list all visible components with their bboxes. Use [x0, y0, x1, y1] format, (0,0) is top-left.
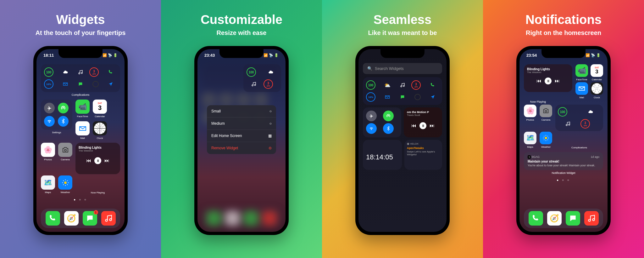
music-icon[interactable]	[74, 67, 87, 77]
storage-complication[interactable]: 10%	[44, 79, 53, 89]
battery-complication[interactable]: 100	[247, 67, 256, 77]
location-icon[interactable]	[104, 79, 117, 89]
cellular-toggle[interactable]	[58, 103, 69, 113]
dock-messages[interactable]	[566, 211, 580, 226]
bluetooth-toggle[interactable]	[383, 123, 394, 134]
wifi-toggle[interactable]	[44, 116, 55, 127]
phone-mockup: 23:43 📶 📡 🔋 100 3APR	[194, 46, 289, 235]
weather-app[interactable]	[540, 132, 552, 144]
complications-widget[interactable]: 100 ⛅ 3APR 10%	[363, 77, 442, 105]
mail-icon[interactable]	[381, 92, 394, 102]
date-complication[interactable]: 3APR	[89, 67, 99, 77]
search-widgets-input[interactable]: 🔍 Search Widgets	[363, 63, 442, 74]
page-dots[interactable]: ● ○ ○	[41, 198, 120, 201]
notification-widget[interactable]: 9 9GAG 1d ago Maintain your streak! You'…	[524, 152, 603, 170]
page-dots[interactable]: ● ○ ○	[524, 178, 603, 182]
airplane-toggle[interactable]	[44, 103, 55, 113]
calendar-app[interactable]: SAT3	[93, 100, 107, 114]
activity-complication[interactable]	[89, 79, 102, 89]
dock-music[interactable]	[101, 211, 116, 226]
panel-title: Seamless	[374, 13, 432, 27]
connectivity-widget[interactable]	[41, 100, 72, 130]
facetime-app[interactable]: 📹	[75, 100, 90, 114]
menu-medium[interactable]: Medium○	[207, 118, 276, 130]
date-complication[interactable]: 3APR	[411, 80, 421, 90]
dock: 🧭 1	[41, 209, 120, 228]
now-playing-widget[interactable]: om the Motion P Travis Scott ⏮ ⏸ ⏭	[404, 107, 442, 137]
dock-messages[interactable]: 1	[83, 211, 97, 226]
clock-widget[interactable]: 18:14:05	[363, 140, 402, 170]
weather-app[interactable]	[58, 175, 72, 190]
phone-icon[interactable]	[104, 67, 117, 77]
weather-icon[interactable]	[59, 67, 72, 77]
storage-complication[interactable]: 10%	[366, 92, 375, 102]
battery-complication[interactable]: 100	[44, 67, 53, 77]
calendar-app[interactable]: SAT3	[591, 64, 603, 77]
status-time: 23:54	[526, 53, 537, 58]
dock-phone[interactable]	[46, 211, 60, 226]
status-time: 18:11	[43, 53, 54, 58]
panel-subtitle: Like it was meant to be	[368, 29, 437, 37]
photos-app[interactable]: 🌸	[41, 143, 55, 157]
battery-complication[interactable]: 100	[366, 80, 375, 90]
weather-icon[interactable]	[264, 67, 278, 77]
photos-app[interactable]: 🌸	[524, 105, 536, 117]
pause-button[interactable]: ⏸	[94, 157, 101, 164]
dock-music[interactable]	[584, 211, 599, 226]
messages-icon[interactable]	[396, 92, 409, 102]
mail-app[interactable]	[575, 82, 588, 95]
velox-widget[interactable]: ▦ VELOX ApexTweaks Swipe Left to see App…	[404, 140, 442, 170]
activity-complication[interactable]	[411, 92, 424, 102]
weather-icon[interactable]	[580, 107, 601, 117]
pause-button[interactable]: ⏸	[419, 122, 426, 129]
prev-button[interactable]: ⏮	[411, 123, 416, 129]
connectivity-widget[interactable]	[363, 107, 401, 137]
menu-remove-widget[interactable]: Remove Widget⊖	[207, 142, 276, 154]
phone-mockup: 23:54 📶 📡 🔋 Blinding Lights The Weeknd ⏮…	[516, 46, 611, 235]
phone-mockup: 18:11 📶 📡 🔋 100 3APR 10%	[33, 46, 128, 235]
mail-app[interactable]	[75, 121, 90, 135]
prev-button[interactable]: ⏮	[86, 158, 91, 163]
music-icon[interactable]	[247, 79, 261, 89]
camera-app[interactable]	[540, 105, 552, 117]
cellular-toggle[interactable]	[383, 111, 394, 121]
pause-button[interactable]: ⏸	[545, 77, 552, 84]
airplane-toggle[interactable]	[366, 111, 377, 121]
bluetooth-toggle[interactable]	[58, 116, 69, 127]
next-button[interactable]: ⏭	[430, 123, 435, 129]
date-complication[interactable]: 3APR	[264, 79, 273, 89]
complications-widget-small[interactable]: 100 3APR	[243, 64, 281, 92]
menu-small[interactable]: Small○	[207, 105, 276, 118]
location-icon[interactable]	[426, 92, 439, 102]
context-menu: Small○ Medium○ Edit Home Screen▦ Remove …	[207, 105, 276, 154]
now-playing-widget[interactable]: Blinding Lights The Weeknd ⏮ ⏸ ⏭	[524, 64, 572, 92]
battery-complication[interactable]: 100	[558, 107, 567, 117]
messages-icon[interactable]	[74, 79, 87, 89]
maps-app[interactable]: 🗺️	[41, 175, 55, 190]
status-icons: 📶 📡 🔋	[586, 53, 601, 57]
dock-phone[interactable]	[529, 211, 543, 226]
prev-button[interactable]: ⏮	[536, 78, 541, 84]
maps-app[interactable]: 🗺️	[524, 132, 536, 144]
menu-edit-home[interactable]: Edit Home Screen▦	[207, 130, 276, 142]
clock-app[interactable]	[591, 82, 603, 95]
wifi-toggle[interactable]	[366, 123, 377, 134]
complications-label: Complications	[41, 93, 120, 96]
camera-app[interactable]	[58, 143, 72, 157]
next-button[interactable]: ⏭	[555, 78, 560, 84]
now-playing-widget[interactable]: Blinding Lights The Weeknd ⏮ ⏸ ⏭	[75, 143, 120, 174]
music-icon[interactable]	[558, 119, 578, 129]
date-complication[interactable]: 3APR	[580, 119, 590, 129]
music-icon[interactable]	[396, 80, 409, 90]
clock-app[interactable]	[93, 121, 107, 135]
dock-safari[interactable]: 🧭	[547, 211, 562, 226]
panel-subtitle: Right on the homescreen	[526, 29, 601, 37]
mail-icon[interactable]	[59, 79, 72, 89]
weather-icon[interactable]: ⛅	[381, 80, 394, 90]
dock-safari[interactable]: 🧭	[64, 211, 79, 226]
phone-icon[interactable]	[426, 80, 439, 90]
facetime-app[interactable]: 📹	[575, 64, 588, 77]
complications-widget[interactable]: 100 3APR 10%	[41, 64, 120, 92]
complications-widget-small[interactable]: 100 3APR	[555, 105, 603, 131]
next-button[interactable]: ⏭	[104, 158, 109, 163]
